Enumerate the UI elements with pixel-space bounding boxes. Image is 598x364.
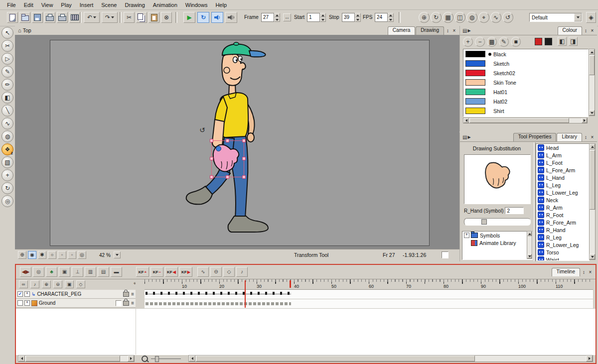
paste-button[interactable]: [149, 12, 159, 23]
scroll-right-button[interactable]: [586, 356, 593, 362]
paint-mode-button[interactable]: ◧: [558, 37, 567, 46]
timeline-ruler[interactable]: 102030405060708090100110: [145, 279, 593, 290]
rotate-stage-view-tool[interactable]: ◍: [1, 130, 13, 142]
transform-tool[interactable]: ❖ 2: [1, 143, 13, 155]
show-hide-data-view-button[interactable]: ◀▶: [20, 267, 31, 277]
fps-value[interactable]: 24: [375, 13, 388, 22]
scroll-down-button[interactable]: [589, 110, 595, 116]
library-item[interactable]: R_Lower_Leg: [536, 241, 589, 248]
scroll-up-button[interactable]: [589, 49, 595, 55]
next-keyframe-button[interactable]: KF▶: [179, 267, 192, 277]
slider-thumb[interactable]: [481, 219, 487, 225]
selection-handle[interactable]: [226, 175, 229, 179]
stage-viewport[interactable]: ↺: [15, 35, 459, 249]
colour-swatch[interactable]: [465, 79, 485, 86]
menu-item[interactable]: Windows: [181, 1, 212, 9]
colour-swatch[interactable]: [465, 51, 485, 57]
colour-swatch[interactable]: [465, 108, 485, 114]
colour-override-box[interactable]: [116, 300, 122, 306]
frame-spinner[interactable]: 27: [261, 13, 280, 22]
library-item[interactable]: R_Fore_Arm: [536, 219, 589, 226]
pan-view-button[interactable]: ⊕: [419, 12, 430, 23]
polyline-tool[interactable]: ∿: [1, 118, 13, 129]
library-item[interactable]: L_Fore_Arm: [536, 166, 589, 174]
add-keyframe-button[interactable]: KF+: [136, 267, 149, 277]
library-item[interactable]: L_Foot: [536, 159, 589, 166]
panel-close-icon[interactable]: ×: [451, 27, 457, 34]
panel-undock-icon[interactable]: ↕: [583, 134, 589, 140]
panel-close-icon[interactable]: ×: [589, 134, 596, 140]
lock-icon[interactable]: [123, 292, 129, 297]
remove-keyframe-button[interactable]: KF−: [150, 267, 163, 277]
open-scene-button[interactable]: [19, 12, 30, 23]
frames-row-character-peg[interactable]: [145, 290, 593, 299]
reposition-all-drawings-tool[interactable]: ◎: [1, 195, 13, 207]
stop-value[interactable]: 39: [342, 13, 355, 22]
scrollbar-thumb[interactable]: [196, 356, 475, 362]
lock-icon[interactable]: [123, 301, 129, 306]
add-gradient-button[interactable]: ▩: [487, 37, 497, 47]
outline-mode-button[interactable]: ▫: [58, 251, 66, 259]
panel-undock-icon[interactable]: ↕: [445, 27, 451, 34]
track-expander-icon[interactable]: +: [24, 300, 30, 306]
sound-scrubbing-button[interactable]: ♪: [236, 267, 248, 277]
stop-frame-marker[interactable]: [290, 280, 291, 288]
transform-selection-box[interactable]: [211, 140, 244, 177]
create-motion-cycle-button[interactable]: ∿: [197, 267, 209, 277]
swatch-row[interactable]: Sketch02: [463, 68, 588, 78]
ease-curve-button[interactable]: ∿: [490, 12, 501, 23]
track-expander-icon[interactable]: +: [24, 291, 30, 297]
swatch-list-hscrollbar[interactable]: [463, 118, 588, 123]
show-sound-button[interactable]: ♣: [46, 267, 57, 277]
pivot-point[interactable]: [216, 146, 221, 151]
play-button[interactable]: ▶: [183, 12, 195, 23]
frames-hscrollbar[interactable]: [188, 355, 593, 362]
sound-scrub-button[interactable]: [225, 12, 237, 23]
library-folder-row[interactable]: Animate Library: [462, 239, 532, 246]
export-movie-button[interactable]: [69, 12, 80, 23]
line-tool[interactable]: ╲: [1, 105, 13, 117]
swatch-row[interactable]: Hat02: [463, 97, 588, 106]
scroll-up-button[interactable]: [590, 144, 595, 149]
print-flipbook-button[interactable]: [57, 12, 68, 23]
zoom-out-icon[interactable]: ⊖: [53, 280, 62, 288]
new-scene-button[interactable]: [7, 12, 18, 23]
tab-camera[interactable]: Camera: [388, 26, 416, 35]
select-tool[interactable]: ↖: [1, 27, 13, 39]
swatch-row[interactable]: Shirt: [463, 106, 588, 116]
add-peg-button[interactable]: ⊥: [72, 267, 83, 277]
paint-tool[interactable]: ◧: [1, 92, 13, 104]
colour-swatch[interactable]: [465, 98, 485, 105]
timeline-zoom-control[interactable]: [142, 356, 181, 362]
update-preview-button[interactable]: ✱: [38, 251, 46, 259]
frame-up-button[interactable]: [274, 13, 280, 17]
glasses-icon[interactable]: ∞: [19, 280, 28, 288]
library-item[interactable]: R_Arm: [536, 204, 589, 211]
flatten-button[interactable]: ⊖: [210, 267, 222, 277]
brush-tool[interactable]: ✎: [1, 66, 13, 78]
menu-item[interactable]: File: [3, 1, 20, 9]
sound-button[interactable]: [211, 12, 223, 23]
palette-options-button[interactable]: ◨: [569, 37, 578, 46]
colour-swatch[interactable]: [465, 89, 485, 95]
menu-item[interactable]: Animation: [149, 1, 181, 9]
fps-spinner[interactable]: 24: [375, 13, 394, 22]
library-item[interactable]: R_Hand: [536, 226, 589, 234]
tab-library[interactable]: Library: [557, 133, 582, 141]
library-list-vscrollbar[interactable]: [589, 143, 596, 260]
onion-skin-button[interactable]: ◎: [33, 267, 44, 277]
scroll-down-button[interactable]: [527, 254, 532, 258]
swatch-list-vscrollbar[interactable]: [589, 49, 595, 116]
book-view-button[interactable]: ◫: [454, 12, 465, 23]
fps-up-button[interactable]: [388, 13, 394, 17]
selection-handle[interactable]: [242, 175, 246, 179]
remove-colour-button[interactable]: −: [475, 37, 485, 47]
pencil-tool[interactable]: ✏: [1, 79, 13, 91]
loop-button[interactable]: ↻: [197, 12, 209, 23]
workspace-preset-dropdown[interactable]: Default: [529, 13, 582, 22]
frames-region[interactable]: 102030405060708090100110: [145, 279, 593, 308]
add-colour-button[interactable]: +: [463, 37, 473, 47]
library-item[interactable]: L_Arm: [536, 151, 589, 159]
start-spinner[interactable]: 1: [307, 13, 326, 22]
track-menu-icon[interactable]: ≡: [131, 301, 134, 306]
